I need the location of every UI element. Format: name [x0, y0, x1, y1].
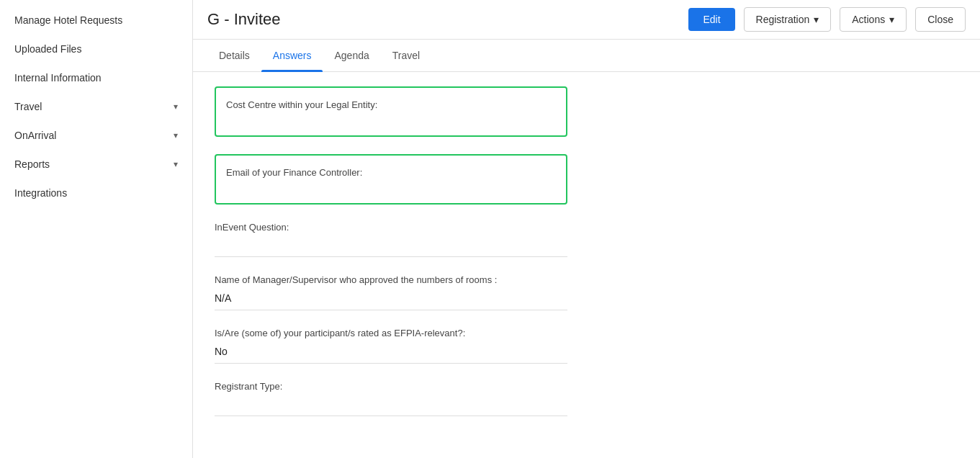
- cost-centre-label: Cost Centre within your Legal Entity:: [226, 99, 377, 110]
- sidebar-item-reports[interactable]: Reports ▾: [0, 150, 192, 179]
- efpia-label: Is/Are (some of) your participant/s rate…: [215, 328, 958, 338]
- sidebar-item-manage-hotel-requests[interactable]: Manage Hotel Requests: [0, 6, 192, 35]
- sidebar-item-label: OnArrival: [14, 130, 56, 141]
- content-area: Cost Centre within your Legal Entity: Em…: [193, 72, 980, 458]
- sidebar-item-label: Manage Hotel Requests: [14, 14, 122, 26]
- email-finance-section: Email of your Finance Controller:: [215, 154, 958, 205]
- sidebar-item-travel[interactable]: Travel ▾: [0, 92, 192, 121]
- tabs-bar: Details Answers Agenda Travel: [193, 40, 980, 72]
- efpia-section: Is/Are (some of) your participant/s rate…: [215, 328, 958, 364]
- sidebar-item-internal-information[interactable]: Internal Information: [0, 63, 192, 92]
- sidebar-item-label: Integrations: [14, 187, 67, 199]
- manager-name-label: Name of Manager/Supervisor who approved …: [215, 274, 958, 285]
- actions-label: Actions: [852, 14, 885, 25]
- page-title: G - Invitee: [207, 10, 680, 29]
- chevron-down-icon: ▾: [174, 159, 178, 169]
- edit-button[interactable]: Edit: [688, 8, 734, 31]
- sidebar: Manage Hotel Requests Uploaded Files Int…: [0, 0, 193, 458]
- inevent-question-label: InEvent Question:: [215, 222, 958, 233]
- tab-details[interactable]: Details: [207, 40, 261, 71]
- sidebar-item-label: Internal Information: [14, 72, 102, 84]
- tab-agenda[interactable]: Agenda: [323, 40, 380, 71]
- sidebar-item-label: Travel: [14, 101, 42, 112]
- actions-dropdown-button[interactable]: Actions ▾: [840, 7, 907, 32]
- cost-centre-section: Cost Centre within your Legal Entity:: [215, 86, 958, 137]
- manager-name-value: N/A: [215, 292, 567, 310]
- header: G - Invitee Edit Registration ▾ Actions …: [193, 0, 980, 40]
- chevron-down-icon: ▾: [889, 14, 894, 25]
- inevent-question-value: [215, 240, 567, 257]
- manager-name-section: Name of Manager/Supervisor who approved …: [215, 274, 958, 310]
- email-finance-field-box[interactable]: Email of your Finance Controller:: [215, 154, 567, 205]
- chevron-down-icon: ▾: [174, 102, 178, 112]
- registrant-type-value: [215, 399, 567, 416]
- tab-answers[interactable]: Answers: [261, 40, 323, 71]
- tab-travel[interactable]: Travel: [381, 40, 431, 71]
- main-content: G - Invitee Edit Registration ▾ Actions …: [193, 0, 980, 458]
- email-finance-label: Email of your Finance Controller:: [226, 167, 362, 178]
- sidebar-item-on-arrival[interactable]: OnArrival ▾: [0, 121, 192, 150]
- registrant-type-section: Registrant Type:: [215, 381, 958, 416]
- cost-centre-field-box[interactable]: Cost Centre within your Legal Entity:: [215, 86, 567, 137]
- sidebar-item-label: Uploaded Files: [14, 43, 81, 55]
- sidebar-item-integrations[interactable]: Integrations: [0, 179, 192, 207]
- close-button[interactable]: Close: [915, 7, 966, 32]
- chevron-down-icon: ▾: [174, 130, 178, 140]
- sidebar-item-label: Reports: [14, 158, 50, 170]
- sidebar-item-uploaded-files[interactable]: Uploaded Files: [0, 35, 192, 63]
- inevent-question-section: InEvent Question:: [215, 222, 958, 257]
- chevron-down-icon: ▾: [814, 14, 819, 25]
- registration-label: Registration: [756, 14, 810, 25]
- registration-dropdown-button[interactable]: Registration ▾: [744, 7, 832, 32]
- registrant-type-label: Registrant Type:: [215, 381, 958, 392]
- efpia-value: No: [215, 346, 567, 364]
